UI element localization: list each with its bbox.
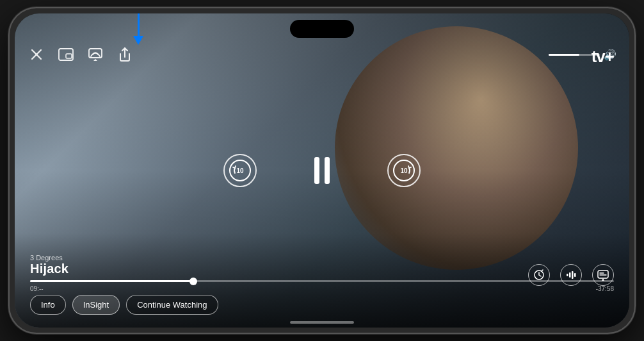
episode-label: 3 Degrees [30, 254, 68, 262]
svg-rect-12 [569, 272, 571, 278]
home-indicator [290, 321, 354, 324]
phone-frame: 🔊 tv+ 10 [8, 7, 636, 334]
picture-in-picture-button[interactable] [57, 46, 75, 63]
rewind-button[interactable]: 10 [223, 154, 257, 187]
volume-fill [549, 54, 579, 56]
playback-speed-button[interactable] [528, 264, 550, 286]
close-button[interactable] [28, 46, 45, 63]
bottom-pills: Info InSight Continue Watching [30, 295, 218, 315]
info-pill-button[interactable]: Info [30, 295, 66, 315]
svg-rect-13 [572, 271, 574, 279]
svg-text:10: 10 [400, 167, 408, 174]
subtitles-button[interactable] [592, 264, 614, 286]
screen: 🔊 tv+ 10 [15, 13, 629, 328]
progress-fill [30, 280, 193, 282]
pause-bar-right [325, 157, 330, 184]
share-button[interactable] [116, 46, 134, 63]
pause-button[interactable] [308, 154, 336, 187]
volume-down-button[interactable] [8, 114, 10, 135]
appletv-logo: tv+ [590, 47, 614, 67]
airplay-arrow-indicator [133, 13, 143, 45]
top-left-controls [28, 46, 134, 63]
top-controls-bar: 🔊 [28, 46, 616, 63]
time-remaining: -37:58 [596, 285, 614, 292]
progress-knob[interactable] [189, 278, 197, 285]
right-side-controls [528, 264, 614, 286]
tv-plus-label: tv+ [592, 47, 614, 67]
progress-track[interactable] [30, 280, 614, 282]
progress-section[interactable]: 09:-- -37:58 [30, 280, 614, 292]
power-button[interactable] [634, 98, 636, 130]
arrow-head [133, 36, 143, 45]
dynamic-island [290, 20, 354, 38]
continue-watching-pill-button[interactable]: Continue Watching [126, 295, 218, 315]
insight-pill-button[interactable]: InSight [72, 295, 120, 315]
svg-rect-14 [574, 273, 576, 277]
arrow-line [138, 13, 140, 36]
center-playback-controls: 10 10 [223, 154, 421, 187]
volume-up-button[interactable] [8, 85, 10, 106]
svg-marker-5 [92, 59, 99, 61]
title-area: 3 Degrees Hijack [30, 254, 68, 276]
pause-bar-left [314, 157, 319, 184]
audio-button[interactable] [560, 264, 582, 286]
svg-rect-15 [598, 270, 608, 278]
time-current: 09:-- [30, 285, 44, 292]
forward-button[interactable]: 10 [387, 154, 421, 187]
svg-rect-3 [66, 54, 72, 58]
title-label: Hijack [30, 262, 68, 276]
airplay-button[interactable] [86, 46, 104, 63]
time-labels: 09:-- -37:58 [30, 285, 614, 292]
svg-text:10: 10 [236, 167, 244, 174]
svg-rect-11 [567, 274, 568, 276]
